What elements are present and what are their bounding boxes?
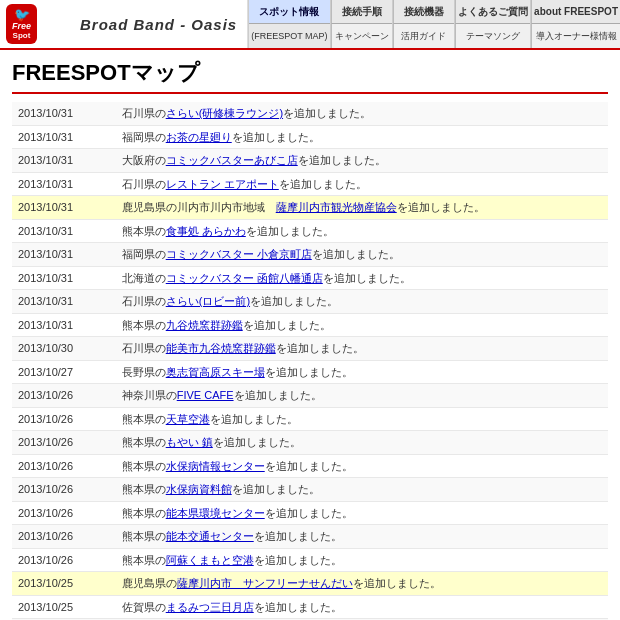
- date-cell: 2013/10/31: [12, 149, 118, 173]
- date-cell: 2013/10/26: [12, 384, 118, 408]
- text-cell: 北海道のコミックバスター 函館八幡通店を追加しました。: [118, 266, 608, 290]
- table-row: 2013/10/25佐賀県のまるみつ三日月店を追加しました。: [12, 595, 608, 619]
- date-cell: 2013/10/31: [12, 196, 118, 220]
- news-link[interactable]: まるみつ三日月店: [166, 601, 254, 613]
- nav-col-5[interactable]: about FREESPOT 導入オーナー様情報: [530, 0, 620, 48]
- table-row: 2013/10/31石川県のさらい(ロビー前)を追加しました。: [12, 290, 608, 314]
- text-cell: 鹿児島県の川内市川内市地域 薩摩川内市観光物産協会を追加しました。: [118, 196, 608, 220]
- logo-box: 🐦 Free Spot: [6, 4, 37, 44]
- news-link[interactable]: 能美市九谷焼窯群跡鑑: [166, 342, 276, 354]
- news-link[interactable]: 九谷焼窯群跡鑑: [166, 319, 243, 331]
- date-cell: 2013/10/26: [12, 525, 118, 549]
- text-cell: 佐賀県のまるみつ三日月店を追加しました。: [118, 595, 608, 619]
- news-link[interactable]: 阿蘇くまもと空港: [166, 554, 254, 566]
- date-cell: 2013/10/26: [12, 501, 118, 525]
- table-row: 2013/10/31鹿児島県の川内市川内市地域 薩摩川内市観光物産協会を追加しま…: [12, 196, 608, 220]
- nav-campaign[interactable]: キャンペーン: [331, 24, 392, 48]
- text-cell: 石川県のレストラン エアポートを追加しました。: [118, 172, 608, 196]
- main-content: FREESPOTマップ 2013/10/31石川県のさらい(研修棟ラウンジ)を追…: [0, 50, 620, 620]
- nav-guide[interactable]: 活用ガイド: [393, 24, 454, 48]
- news-link[interactable]: 食事処 あらかわ: [166, 225, 246, 237]
- news-link[interactable]: お茶の星廻り: [166, 131, 232, 143]
- news-link[interactable]: もやい 鎮: [166, 436, 213, 448]
- text-cell: 神奈川県のFIVE CAFEを追加しました。: [118, 384, 608, 408]
- text-cell: 石川県のさらい(ロビー前)を追加しました。: [118, 290, 608, 314]
- text-cell: 熊本県の水保病情報センターを追加しました。: [118, 454, 608, 478]
- news-link[interactable]: 能本交通センター: [166, 530, 254, 542]
- date-cell: 2013/10/31: [12, 313, 118, 337]
- nav-col-2[interactable]: 接続手順 キャンペーン: [330, 0, 392, 48]
- text-cell: 大阪府のコミックバスターあびこ店を追加しました。: [118, 149, 608, 173]
- news-link[interactable]: さらい(ロビー前): [166, 295, 250, 307]
- date-cell: 2013/10/31: [12, 266, 118, 290]
- nav-freespot-map[interactable]: (FREESPOT MAP): [249, 24, 329, 48]
- news-link[interactable]: コミックバスター 小倉京町店: [166, 248, 312, 260]
- table-row: 2013/10/26熊本県の水保病資料館を追加しました。: [12, 478, 608, 502]
- brand-text: Broad Band - Oasis: [80, 16, 237, 33]
- news-link[interactable]: 天草空港: [166, 413, 210, 425]
- nav-spot-info[interactable]: スポット情報: [249, 0, 329, 24]
- news-link[interactable]: コミックバスターあびこ店: [166, 154, 298, 166]
- nav-col-4[interactable]: よくあるご質問 テーマソング: [454, 0, 530, 48]
- news-link[interactable]: 水保病資料館: [166, 483, 232, 495]
- table-row: 2013/10/31大阪府のコミックバスターあびこ店を追加しました。: [12, 149, 608, 173]
- table-row: 2013/10/30石川県の能美市九谷焼窯群跡鑑を追加しました。: [12, 337, 608, 361]
- nav-col-3[interactable]: 接続機器 活用ガイド: [392, 0, 454, 48]
- text-cell: 福岡県のお茶の星廻りを追加しました。: [118, 125, 608, 149]
- nav-about[interactable]: about FREESPOT: [531, 0, 620, 24]
- table-row: 2013/10/27長野県の奥志賀高原スキー場を追加しました。: [12, 360, 608, 384]
- logo-bird: 🐦: [14, 8, 30, 21]
- table-row: 2013/10/26熊本県のもやい 鎮を追加しました。: [12, 431, 608, 455]
- table-row: 2013/10/25鹿児島県の薩摩川内市 サンフリーナせんだいを追加しました。: [12, 572, 608, 596]
- table-row: 2013/10/31福岡県のお茶の星廻りを追加しました。: [12, 125, 608, 149]
- table-row: 2013/10/31福岡県のコミックバスター 小倉京町店を追加しました。: [12, 243, 608, 267]
- date-cell: 2013/10/31: [12, 172, 118, 196]
- date-cell: 2013/10/26: [12, 478, 118, 502]
- table-row: 2013/10/26神奈川県のFIVE CAFEを追加しました。: [12, 384, 608, 408]
- table-row: 2013/10/26熊本県の水保病情報センターを追加しました。: [12, 454, 608, 478]
- table-row: 2013/10/31北海道のコミックバスター 函館八幡通店を追加しました。: [12, 266, 608, 290]
- news-link[interactable]: コミックバスター 函館八幡通店: [166, 272, 323, 284]
- text-cell: 熊本県の能本県環境センターを追加しました。: [118, 501, 608, 525]
- table-row: 2013/10/31石川県のさらい(研修棟ラウンジ)を追加しました。: [12, 102, 608, 125]
- date-cell: 2013/10/27: [12, 360, 118, 384]
- date-cell: 2013/10/25: [12, 572, 118, 596]
- nav-col-1[interactable]: スポット情報 (FREESPOT MAP): [248, 0, 329, 48]
- nav-area: スポット情報 (FREESPOT MAP) 接続手順 キャンペーン 接続機器 活…: [248, 0, 620, 48]
- text-cell: 熊本県の能本交通センターを追加しました。: [118, 525, 608, 549]
- news-table: 2013/10/31石川県のさらい(研修棟ラウンジ)を追加しました。2013/1…: [12, 102, 608, 620]
- table-row: 2013/10/26熊本県の天草空港を追加しました。: [12, 407, 608, 431]
- news-link[interactable]: 薩摩川内市 サンフリーナせんだい: [177, 577, 353, 589]
- table-row: 2013/10/31熊本県の九谷焼窯群跡鑑を追加しました。: [12, 313, 608, 337]
- text-cell: 熊本県の九谷焼窯群跡鑑を追加しました。: [118, 313, 608, 337]
- news-link[interactable]: FIVE CAFE: [177, 389, 234, 401]
- nav-device[interactable]: 接続機器: [393, 0, 454, 24]
- news-link[interactable]: 水保病情報センター: [166, 460, 265, 472]
- nav-faq[interactable]: よくあるご質問: [455, 0, 530, 24]
- news-tbody: 2013/10/31石川県のさらい(研修棟ラウンジ)を追加しました。2013/1…: [12, 102, 608, 620]
- text-cell: 熊本県のもやい 鎮を追加しました。: [118, 431, 608, 455]
- news-link[interactable]: レストラン エアポート: [166, 178, 279, 190]
- news-link[interactable]: さらい(研修棟ラウンジ): [166, 107, 283, 119]
- text-cell: 福岡県のコミックバスター 小倉京町店を追加しました。: [118, 243, 608, 267]
- table-row: 2013/10/26熊本県の能本交通センターを追加しました。: [12, 525, 608, 549]
- text-cell: 鹿児島県の薩摩川内市 サンフリーナせんだいを追加しました。: [118, 572, 608, 596]
- date-cell: 2013/10/26: [12, 407, 118, 431]
- logo-free-text: Free: [12, 21, 31, 31]
- nav-connect-proc[interactable]: 接続手順: [331, 0, 392, 24]
- date-cell: 2013/10/31: [12, 219, 118, 243]
- nav-owner[interactable]: 導入オーナー様情報: [531, 24, 620, 48]
- table-row: 2013/10/31熊本県の食事処 あらかわを追加しました。: [12, 219, 608, 243]
- date-cell: 2013/10/26: [12, 548, 118, 572]
- date-cell: 2013/10/31: [12, 243, 118, 267]
- date-cell: 2013/10/26: [12, 454, 118, 478]
- header: 🐦 Free Spot Broad Band - Oasis スポット情報 (F…: [0, 0, 620, 50]
- news-link[interactable]: 奥志賀高原スキー場: [166, 366, 265, 378]
- text-cell: 長野県の奥志賀高原スキー場を追加しました。: [118, 360, 608, 384]
- nav-theme[interactable]: テーマソング: [455, 24, 530, 48]
- news-link[interactable]: 能本県環境センター: [166, 507, 265, 519]
- news-link[interactable]: 薩摩川内市観光物産協会: [276, 201, 397, 213]
- date-cell: 2013/10/26: [12, 431, 118, 455]
- text-cell: 石川県の能美市九谷焼窯群跡鑑を追加しました。: [118, 337, 608, 361]
- date-cell: 2013/10/30: [12, 337, 118, 361]
